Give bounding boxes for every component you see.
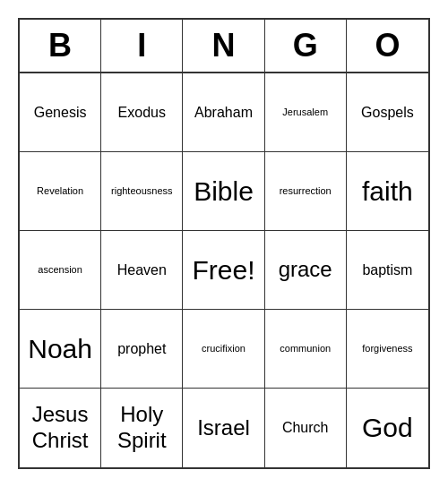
cell-text: Church — [282, 419, 329, 436]
bingo-cell: Noah — [20, 310, 101, 389]
cell-text: Abraham — [194, 104, 253, 121]
bingo-cell: Revelation — [20, 152, 101, 231]
cell-text: Holy Spirit — [117, 402, 167, 454]
bingo-cell: Gospels — [347, 73, 428, 152]
cell-text: ascension — [38, 264, 82, 276]
bingo-cell: crucifixion — [183, 310, 264, 389]
cell-text: Heaven — [117, 261, 167, 278]
bingo-cell: Jerusalem — [265, 73, 347, 152]
bingo-cell: Exodus — [101, 73, 183, 152]
bingo-card: BINGO GenesisExodusAbrahamJerusalemGospe… — [18, 18, 430, 469]
bingo-cell: resurrection — [265, 152, 347, 231]
header-letter: N — [183, 20, 264, 72]
cell-text: Gospels — [361, 104, 414, 121]
bingo-cell: communion — [265, 310, 347, 389]
cell-text: Bible — [194, 175, 254, 208]
bingo-grid: GenesisExodusAbrahamJerusalemGospelsReve… — [20, 73, 428, 467]
bingo-cell: Holy Spirit — [101, 389, 183, 467]
cell-text: crucifixion — [202, 343, 246, 355]
cell-text: God — [362, 412, 413, 444]
cell-text: grace — [279, 257, 332, 283]
bingo-cell: ascension — [20, 231, 101, 310]
bingo-cell: Free! — [183, 231, 264, 310]
bingo-cell: grace — [265, 231, 347, 310]
bingo-cell: God — [347, 389, 428, 467]
header-letter: I — [101, 20, 183, 72]
cell-text: communion — [280, 343, 331, 355]
cell-text: Jesus Christ — [32, 402, 89, 454]
cell-text: faith — [362, 175, 413, 208]
bingo-cell: Genesis — [20, 73, 101, 152]
bingo-header: BINGO — [20, 20, 428, 73]
bingo-cell: righteousness — [101, 152, 183, 231]
cell-text: Noah — [28, 333, 92, 365]
cell-text: resurrection — [280, 185, 332, 197]
cell-text: prophet — [117, 340, 166, 357]
bingo-cell: Jesus Christ — [20, 389, 101, 467]
bingo-cell: Bible — [183, 152, 264, 231]
cell-text: Genesis — [34, 104, 87, 121]
bingo-cell: Abraham — [183, 73, 264, 152]
header-letter: B — [20, 20, 101, 72]
cell-text: Free! — [192, 254, 254, 286]
header-letter: O — [347, 20, 428, 72]
cell-text: forgiveness — [362, 343, 412, 355]
bingo-cell: Israel — [183, 389, 264, 467]
bingo-cell: baptism — [347, 231, 428, 310]
cell-text: righteousness — [111, 185, 173, 197]
cell-text: Exodus — [118, 104, 166, 121]
cell-text: Israel — [197, 415, 250, 441]
bingo-cell: prophet — [101, 310, 183, 389]
bingo-cell: forgiveness — [347, 310, 428, 389]
bingo-cell: Heaven — [101, 231, 183, 310]
bingo-cell: faith — [347, 152, 428, 231]
cell-text: baptism — [362, 261, 412, 278]
cell-text: Revelation — [37, 185, 83, 197]
bingo-cell: Church — [265, 389, 347, 467]
cell-text: Jerusalem — [282, 107, 328, 118]
header-letter: G — [265, 20, 347, 72]
